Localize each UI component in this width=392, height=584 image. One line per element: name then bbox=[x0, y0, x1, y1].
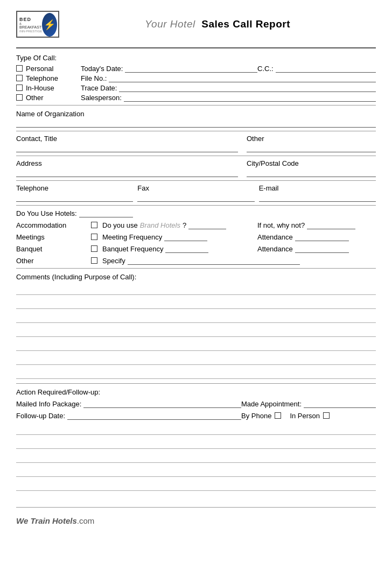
cc-field2[interactable] bbox=[257, 74, 376, 82]
checkbox-banquet[interactable] bbox=[91, 245, 97, 252]
brand-hotels-label: Brand Hotels bbox=[140, 221, 180, 229]
file-no-field[interactable] bbox=[109, 74, 257, 82]
telephone-field[interactable] bbox=[16, 193, 133, 202]
address-field[interactable] bbox=[16, 168, 238, 177]
service-row-other2: Other Specify bbox=[16, 256, 376, 265]
banquet-freq-field[interactable] bbox=[165, 244, 208, 253]
call-col1-personal: Personal bbox=[16, 65, 81, 73]
telephone-col: Telephone bbox=[16, 184, 133, 202]
cc-field[interactable] bbox=[276, 64, 376, 73]
svc-banquet-label-col: Banquet bbox=[16, 245, 86, 253]
todays-date-field[interactable] bbox=[125, 64, 257, 73]
svc-accommodation-check-col bbox=[86, 222, 102, 228]
mailed-info-field[interactable] bbox=[83, 399, 241, 408]
email-col: E-mail bbox=[259, 184, 376, 202]
attendance-field[interactable] bbox=[295, 233, 349, 241]
service-row-banquet: Banquet Banquet Frequency Attendance bbox=[16, 244, 376, 253]
section-divider-4 bbox=[16, 180, 376, 181]
address-col: Address bbox=[16, 159, 238, 177]
followup-line-4[interactable] bbox=[16, 465, 376, 477]
fax-field[interactable] bbox=[137, 193, 254, 202]
meetings-label: Meetings bbox=[16, 233, 45, 241]
fax-label: Fax bbox=[137, 184, 254, 192]
followup-line-3[interactable] bbox=[16, 451, 376, 463]
checkbox-other2[interactable] bbox=[91, 257, 97, 264]
if-not-label: If not, why not? bbox=[257, 221, 305, 229]
other-col: Other bbox=[247, 135, 376, 152]
call-col3-inhouse bbox=[257, 83, 376, 92]
other-label: Other bbox=[247, 135, 376, 143]
call-row-personal: Personal Today's Date: C.C.: bbox=[16, 64, 376, 73]
trace-blank-field[interactable] bbox=[257, 83, 376, 92]
checkbox-inhouse[interactable] bbox=[16, 85, 23, 91]
org-section: Name of Organization bbox=[16, 110, 376, 128]
trace-date-field[interactable] bbox=[119, 83, 257, 92]
call-row-inhouse: In-House Trace Date: bbox=[16, 83, 376, 92]
comments-label: Comments (Including Purpose of Call): bbox=[16, 273, 376, 281]
contact-field[interactable] bbox=[16, 144, 238, 152]
followup-col2: By Phone In Person bbox=[241, 412, 376, 420]
address-label: Address bbox=[16, 159, 238, 167]
svc-banquet-freq-col: Banquet Frequency bbox=[102, 244, 257, 253]
followup-row: Follow-up Date: By Phone In Person bbox=[16, 411, 376, 420]
followup-line-1[interactable] bbox=[16, 423, 376, 435]
comment-line-7[interactable] bbox=[16, 367, 376, 379]
meeting-freq-label: Meeting Frequency bbox=[102, 233, 162, 241]
salesperson-blank-field[interactable] bbox=[257, 93, 376, 102]
specify-field[interactable] bbox=[128, 256, 300, 265]
page-title: Your Hotel Sales Call Report bbox=[59, 18, 376, 30]
email-label: E-mail bbox=[259, 184, 376, 192]
checkbox-meetings[interactable] bbox=[91, 234, 97, 240]
comments-section: Comments (Including Purpose of Call): bbox=[16, 273, 376, 379]
followup-line-2[interactable] bbox=[16, 437, 376, 449]
do-you-use-label: Do You Use Hotels: bbox=[16, 209, 77, 217]
call-col2-personal: Today's Date: bbox=[81, 64, 257, 73]
email-field[interactable] bbox=[259, 193, 376, 202]
other-field[interactable] bbox=[247, 144, 376, 152]
fax-col: Fax bbox=[137, 184, 254, 202]
checkbox-other-call[interactable] bbox=[16, 94, 23, 101]
svc-accommodation-ifnot-col: If not, why not? bbox=[257, 221, 376, 229]
label-inhouse: In-House bbox=[26, 84, 54, 92]
svc-accommodation-label-col: Accommodation bbox=[16, 221, 86, 229]
label-personal: Personal bbox=[26, 65, 53, 73]
followup-date-field[interactable] bbox=[67, 411, 241, 420]
brand-hotels-field[interactable] bbox=[188, 221, 226, 229]
city-postal-field[interactable] bbox=[247, 168, 376, 177]
address-city-row: Address City/Postal Code bbox=[16, 159, 376, 177]
made-appt-field[interactable] bbox=[304, 399, 376, 408]
title-your: Your Hotel bbox=[145, 18, 195, 30]
checkbox-accommodation[interactable] bbox=[91, 222, 97, 228]
comment-line-5[interactable] bbox=[16, 339, 376, 351]
hotels-row: Do You Use Hotels: bbox=[16, 209, 376, 217]
hotels-field[interactable] bbox=[79, 209, 133, 217]
followup-date-label: Follow-up Date: bbox=[16, 412, 65, 420]
attendance2-field[interactable] bbox=[295, 244, 349, 253]
checkbox-by-phone[interactable] bbox=[275, 412, 281, 419]
mailed-row: Mailed Info Package: Made Appointment: bbox=[16, 399, 376, 408]
followup-lines bbox=[16, 423, 376, 491]
section-divider-1 bbox=[16, 105, 376, 105]
svc-accommodation-detail-col: Do you use Brand Hotels ? bbox=[102, 221, 257, 229]
call-row-telephone: Telephone File No.: bbox=[16, 74, 376, 82]
followup-line-5[interactable] bbox=[16, 479, 376, 491]
if-not-field[interactable] bbox=[307, 221, 355, 229]
checkbox-telephone[interactable] bbox=[16, 75, 23, 81]
comment-line-1[interactable] bbox=[16, 283, 376, 295]
cc-label: C.C.: bbox=[257, 65, 274, 73]
checkbox-personal[interactable] bbox=[16, 65, 23, 72]
svc-other2-label-col: Other bbox=[16, 257, 86, 265]
brand-hotels-q: ? bbox=[183, 221, 186, 229]
salesperson-field[interactable] bbox=[124, 93, 257, 102]
comment-line-4[interactable] bbox=[16, 325, 376, 337]
meeting-freq-field[interactable] bbox=[164, 233, 207, 241]
checkbox-in-person[interactable] bbox=[323, 412, 330, 419]
footer-divider bbox=[16, 507, 376, 508]
city-postal-col: City/Postal Code bbox=[247, 159, 376, 177]
section-divider-2 bbox=[16, 131, 376, 131]
hotel-logo: BED & BREAKFAST INN·PRESTIGE ⚡ bbox=[16, 11, 59, 38]
comment-line-6[interactable] bbox=[16, 353, 376, 365]
comment-line-3[interactable] bbox=[16, 311, 376, 323]
org-field[interactable] bbox=[16, 119, 376, 128]
comment-line-2[interactable] bbox=[16, 297, 376, 309]
